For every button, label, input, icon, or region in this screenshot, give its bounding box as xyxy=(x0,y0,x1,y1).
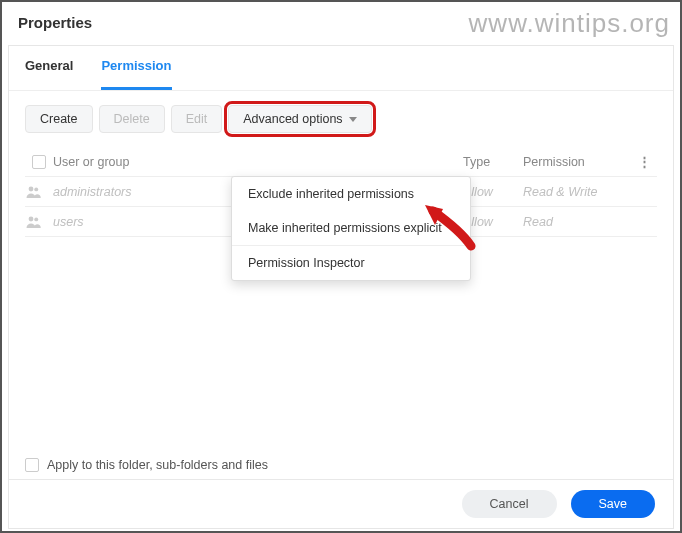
svg-point-3 xyxy=(34,217,38,221)
group-icon xyxy=(25,185,53,199)
edit-button[interactable]: Edit xyxy=(171,105,223,133)
tab-general[interactable]: General xyxy=(25,58,73,90)
menu-exclude-inherited[interactable]: Exclude inherited permissions xyxy=(232,177,470,211)
svg-point-2 xyxy=(29,216,34,221)
save-button[interactable]: Save xyxy=(571,490,656,518)
caret-down-icon xyxy=(349,117,357,122)
row-perm: Read & Write xyxy=(523,185,633,199)
footer-separator xyxy=(9,479,673,480)
toolbar: Create Delete Edit Advanced options xyxy=(9,91,673,147)
footer-buttons: Cancel Save xyxy=(462,490,655,518)
select-all-checkbox[interactable] xyxy=(32,155,46,169)
create-button[interactable]: Create xyxy=(25,105,93,133)
row-type: Allow xyxy=(463,185,523,199)
tab-bar: General Permission xyxy=(9,46,673,91)
row-user: users xyxy=(53,215,233,229)
row-type: Allow xyxy=(463,215,523,229)
advanced-options-label: Advanced options xyxy=(243,112,342,126)
apply-recursive-checkbox[interactable] xyxy=(25,458,39,472)
apply-recursive-row[interactable]: Apply to this folder, sub-folders and fi… xyxy=(25,458,268,472)
svg-point-1 xyxy=(34,187,38,191)
panel-frame: General Permission Create Delete Edit Ad… xyxy=(8,45,674,529)
table-header-row: User or group Type Permission ⋮ xyxy=(25,147,657,177)
col-type: Type xyxy=(463,155,523,169)
col-permission: Permission xyxy=(523,155,633,169)
row-perm: Read xyxy=(523,215,633,229)
cancel-button[interactable]: Cancel xyxy=(462,490,557,518)
tab-permission[interactable]: Permission xyxy=(101,58,171,90)
group-icon xyxy=(25,215,53,229)
menu-make-explicit[interactable]: Make inherited permissions explicit xyxy=(232,211,470,245)
col-more-icon[interactable]: ⋮ xyxy=(633,154,657,169)
col-user: User or group xyxy=(53,155,233,169)
svg-point-0 xyxy=(29,186,34,191)
row-user: administrators xyxy=(53,185,233,199)
menu-permission-inspector[interactable]: Permission Inspector xyxy=(232,245,470,280)
apply-recursive-label: Apply to this folder, sub-folders and fi… xyxy=(47,458,268,472)
advanced-options-menu: Exclude inherited permissions Make inher… xyxy=(231,176,471,281)
advanced-options-button[interactable]: Advanced options xyxy=(228,105,371,133)
window-header: Properties xyxy=(2,2,680,45)
window-title: Properties xyxy=(18,14,664,31)
delete-button[interactable]: Delete xyxy=(99,105,165,133)
